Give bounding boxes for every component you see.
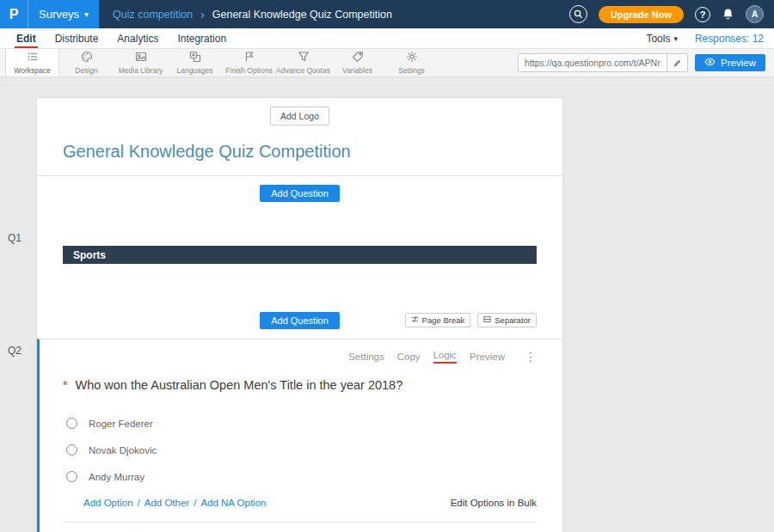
q2-logic-link[interactable]: Logic <box>433 350 458 364</box>
toolbar-item-label: Settings <box>398 66 425 75</box>
topbar: P Surveys ▾ Quiz competition › General K… <box>0 0 774 28</box>
tools-menu-button[interactable]: Tools ▾ <box>646 33 678 45</box>
add-question-button[interactable]: Add Question <box>260 185 340 202</box>
required-asterisk: * <box>63 378 67 393</box>
toolbar-item-label: Design <box>75 66 97 75</box>
tag-icon <box>352 51 364 64</box>
q2-preview-link[interactable]: Preview <box>470 352 505 362</box>
toolbar-item-label: Media Library <box>119 66 163 75</box>
preview-button[interactable]: Preview <box>695 54 765 71</box>
tabbar-right: Tools ▾ Responses: 12 <box>646 28 767 48</box>
edit-options-in-bulk-link[interactable]: Edit Options in Bulk <box>451 498 537 508</box>
option-label[interactable]: Roger Federer <box>89 419 153 429</box>
help-icon[interactable]: ? <box>695 7 710 22</box>
divider <box>37 175 562 176</box>
image-icon <box>135 51 147 64</box>
page-break-icon <box>411 315 419 325</box>
answer-options: Roger Federer Novak Djokovic Andy Murray <box>63 418 537 482</box>
add-na-option-link[interactable]: Add NA Option <box>200 498 266 508</box>
validation-row: Validation Force Response▾ <box>63 523 537 532</box>
tab-distribute[interactable]: Distribute <box>46 28 108 48</box>
flag-icon <box>243 51 255 64</box>
survey-title[interactable]: General Knowledge Quiz Competition <box>63 142 537 162</box>
surveys-menu-button[interactable]: Surveys ▾ <box>28 0 99 28</box>
toolbar-item-label: Variables <box>342 66 372 75</box>
link-separator: / <box>138 498 140 508</box>
q1-gutter-label: Q1 <box>8 232 22 244</box>
separator-button[interactable]: Separator <box>477 313 537 327</box>
option-links-row: Add Option / Add Other / Add NA Option E… <box>63 498 537 508</box>
toolbar-item-advance-quotas[interactable]: Advance Quotas <box>276 49 330 76</box>
breadcrumb-survey-link[interactable]: Quiz competition <box>113 9 193 21</box>
q2-question-block: Settings Copy Logic Preview ⋮ * Who won … <box>37 339 562 532</box>
radio-button-icon[interactable] <box>66 418 77 429</box>
option-row[interactable]: Novak Djokovic <box>66 444 537 456</box>
link-separator: / <box>194 498 196 508</box>
more-options-icon[interactable]: ⋮ <box>525 350 537 364</box>
translate-icon <box>189 51 201 64</box>
toolbar-item-variables[interactable]: Variables <box>330 49 384 76</box>
funnel-icon <box>298 51 310 64</box>
q2-settings-link[interactable]: Settings <box>348 352 384 362</box>
q2-copy-link[interactable]: Copy <box>397 352 421 362</box>
question-text[interactable]: Who won the Australian Open Men's Title … <box>75 378 402 393</box>
toolbar-item-label: Languages <box>176 66 212 75</box>
survey-url-input[interactable] <box>519 58 666 68</box>
option-row[interactable]: Andy Murray <box>66 471 537 482</box>
brand-area: P Surveys ▾ <box>0 0 99 28</box>
toolbar-item-label: Finish Options <box>225 66 272 75</box>
survey-url-box <box>518 53 688 72</box>
avatar[interactable]: A <box>746 5 764 23</box>
option-label[interactable]: Andy Murray <box>89 472 144 482</box>
chevron-down-icon: ▾ <box>673 34 678 43</box>
toolbar-item-workspace[interactable]: Workspace <box>5 49 59 76</box>
notifications-bell-icon[interactable] <box>722 8 734 21</box>
tab-edit[interactable]: Edit <box>7 28 46 48</box>
q1-section-header[interactable]: Sports <box>63 246 537 264</box>
eye-icon <box>704 58 716 68</box>
gear-icon <box>406 51 418 64</box>
breadcrumb-chevron-icon: › <box>200 8 205 21</box>
toolbar-item-languages[interactable]: Languages <box>168 49 222 76</box>
responses-count-link[interactable]: Responses: 12 <box>695 33 764 45</box>
palette-icon <box>81 51 93 64</box>
surveys-menu-label: Surveys <box>39 8 79 21</box>
breadcrumb-current: General Knowledge Quiz Competition <box>212 9 392 21</box>
radio-button-icon[interactable] <box>66 444 77 456</box>
topbar-actions: Upgrade Now ? A <box>569 5 774 23</box>
add-question-row-1: Add Question <box>37 185 562 202</box>
option-row[interactable]: Roger Federer <box>66 418 537 429</box>
separator-label: Separator <box>494 315 531 325</box>
separator-icon <box>483 315 491 325</box>
q2-menu: Settings Copy Logic Preview ⋮ <box>63 350 537 364</box>
add-option-link[interactable]: Add Option <box>83 498 133 508</box>
toolbar-item-settings[interactable]: Settings <box>384 49 439 76</box>
edit-url-pencil-icon[interactable] <box>666 54 687 71</box>
tab-analytics[interactable]: Analytics <box>108 28 168 48</box>
q2-gutter-label: Q2 <box>8 345 22 357</box>
tab-integration[interactable]: Integration <box>168 28 236 48</box>
question-row: * Who won the Australian Open Men's Titl… <box>63 378 537 393</box>
toolbar-item-label: Workspace <box>14 66 50 75</box>
tools-label: Tools <box>646 33 670 45</box>
toolbar-item-design[interactable]: Design <box>59 49 114 76</box>
row-right-tools: Page Break Separator <box>405 313 537 327</box>
search-icon[interactable] <box>569 5 587 23</box>
upgrade-now-button[interactable]: Upgrade Now <box>599 6 684 23</box>
questionpro-logo[interactable]: P <box>0 0 28 28</box>
toolbar-item-media-library[interactable]: Media Library <box>114 49 168 76</box>
add-other-link[interactable]: Add Other <box>144 498 189 508</box>
add-question-row-2: Add Question Page Break Separator <box>37 312 562 329</box>
option-label[interactable]: Novak Djokovic <box>89 445 157 456</box>
add-links: Add Option / Add Other / Add NA Option <box>83 498 266 508</box>
editor-content: Q1 Q2 Add Logo General Knowledge Quiz Co… <box>0 77 774 532</box>
preview-label: Preview <box>721 58 756 68</box>
editor-toolbar: Workspace Design Media Library Languages… <box>0 49 774 77</box>
survey-card: Add Logo General Knowledge Quiz Competit… <box>36 97 563 532</box>
radio-button-icon[interactable] <box>66 471 77 482</box>
toolbar-item-finish-options[interactable]: Finish Options <box>222 49 276 76</box>
page-break-button[interactable]: Page Break <box>405 313 471 327</box>
add-logo-button[interactable]: Add Logo <box>270 107 329 125</box>
page-break-label: Page Break <box>422 315 465 325</box>
add-question-button[interactable]: Add Question <box>260 312 340 329</box>
